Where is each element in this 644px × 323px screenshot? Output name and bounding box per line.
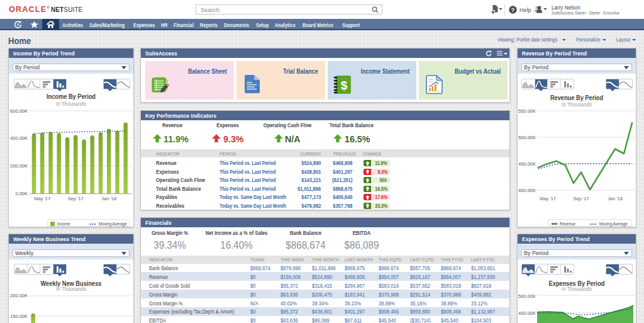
svg-text:150.00K: 150.00K [10, 314, 28, 319]
svg-text:500.00K: 500.00K [518, 135, 536, 140]
svg-text:450.00K: 450.00K [518, 161, 536, 167]
svg-text:Sep '17: Sep '17 [68, 196, 84, 201]
svg-text:400.00K: 400.00K [518, 188, 536, 193]
svg-text:May '17: May '17 [34, 196, 50, 201]
svg-text:Jan '18: Jan '18 [608, 196, 623, 201]
svg-text:$: $ [340, 79, 347, 92]
svg-text:200.00K: 200.00K [10, 293, 28, 298]
svg-text:0.00K: 0.00K [15, 191, 28, 196]
svg-text:Jan '18: Jan '18 [101, 196, 116, 201]
svg-text:500.00K: 500.00K [518, 293, 536, 299]
svg-text:600.00K: 600.00K [10, 108, 28, 114]
svg-text:400.00K: 400.00K [10, 135, 28, 141]
svg-text:Sep '17: Sep '17 [573, 196, 589, 201]
svg-text:400.00K: 400.00K [518, 310, 536, 316]
svg-text:May '17: May '17 [540, 196, 556, 201]
svg-text:?: ? [511, 7, 515, 13]
svg-text:550.00K: 550.00K [518, 108, 536, 114]
svg-text:200.00K: 200.00K [10, 163, 28, 169]
